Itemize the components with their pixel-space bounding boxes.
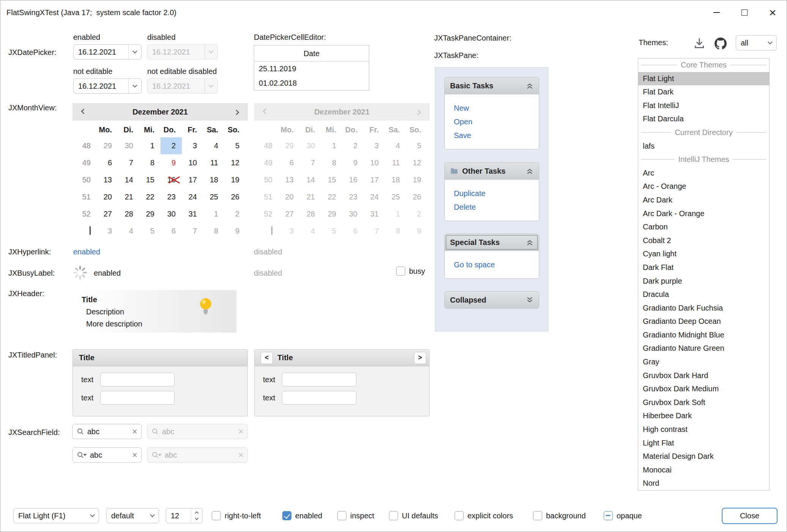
table-row[interactable]: 01.02.2018 (254, 76, 369, 90)
calendar-day[interactable]: 23 (161, 188, 182, 206)
calendar-day[interactable]: 1 (203, 206, 224, 223)
theme-list-item[interactable]: Hiberbee Dark (638, 409, 769, 423)
calendar-day[interactable]: 18 (203, 171, 224, 188)
minimize-button[interactable] (702, 0, 730, 25)
taskpane-link[interactable]: Go to space (454, 258, 530, 271)
theme-list-item[interactable]: Arc Dark (638, 193, 769, 207)
calendar-day[interactable]: 27 (97, 206, 118, 223)
theme-list-item[interactable]: Gruvbox Dark Soft (638, 396, 769, 410)
text-input[interactable] (282, 373, 356, 386)
text-input[interactable] (282, 391, 356, 405)
calendar-day[interactable]: 30 (161, 206, 182, 223)
date-cell-editor-table[interactable]: Date 25.11.201901.02.2018 (254, 45, 369, 91)
calendar-day[interactable]: 4 (118, 223, 139, 240)
checkbox-box[interactable] (604, 511, 613, 520)
calendar-day[interactable]: 1 (139, 137, 161, 154)
checkbox-box[interactable] (389, 511, 398, 520)
theme-list-item[interactable]: High contrast (638, 423, 769, 436)
calendar-day[interactable]: 8 (139, 154, 161, 171)
calendar-day[interactable]: 2 (161, 137, 182, 154)
calendar-day[interactable]: 10 (182, 154, 203, 171)
calendar-day[interactable]: 13 (97, 171, 118, 188)
theme-list-item[interactable]: Light Flat (638, 436, 769, 450)
collapse-icon[interactable] (525, 81, 534, 90)
style-combo[interactable]: default (106, 508, 159, 523)
taskpane-link[interactable]: Duplicate (454, 187, 530, 200)
busy-checkbox[interactable] (396, 267, 405, 276)
theme-list-item[interactable]: Carbon (638, 220, 769, 234)
taskpane-link[interactable]: New (454, 101, 530, 115)
collapse-icon[interactable] (525, 166, 534, 176)
calendar-day[interactable]: 14 (118, 171, 139, 188)
combo-dropdown-button[interactable] (146, 508, 159, 523)
taskpane-link[interactable]: Open (454, 115, 530, 129)
calendar-day[interactable]: 28 (118, 206, 139, 223)
taskpane-link[interactable]: Save (454, 129, 530, 142)
text-input[interactable] (100, 391, 175, 405)
laf-combo[interactable]: Flat Light (F1) (13, 508, 99, 523)
calendar-day[interactable]: 4 (203, 137, 224, 154)
calendar-day[interactable]: 21 (118, 188, 139, 206)
checkbox-box[interactable] (337, 511, 346, 520)
theme-list-item[interactable]: Flat Dark (638, 85, 769, 99)
search-value[interactable]: abc (87, 427, 129, 436)
theme-list-item[interactable]: Gradianto Midnight Blue (638, 328, 769, 342)
search-value[interactable]: abc (90, 451, 129, 460)
datepicker-value[interactable]: 16.12.2021 (74, 48, 128, 56)
calendar-day[interactable]: 31 (182, 206, 203, 223)
theme-list-item[interactable]: Flat Darcula (638, 112, 769, 126)
panel-prev-button[interactable]: < (261, 352, 273, 364)
theme-list-item[interactable]: lafs (638, 140, 769, 153)
calendar-day[interactable]: 6 (97, 154, 118, 171)
search-menu-icon[interactable] (77, 451, 87, 459)
checkbox-box[interactable] (455, 511, 464, 520)
clear-search-icon[interactable]: × (132, 427, 137, 436)
theme-list-item[interactable]: Gradianto Deep Ocean (638, 315, 769, 328)
theme-list-item[interactable]: Arc - Orange (638, 180, 769, 193)
theme-list-item[interactable]: Dark Flat (638, 261, 769, 275)
calendar-day[interactable]: 5 (224, 137, 246, 154)
theme-list-item[interactable]: Monocai (638, 463, 769, 477)
checkbox-explicit-colors[interactable]: explicit colors (455, 508, 513, 523)
calendar-day[interactable]: 3 (182, 137, 203, 154)
theme-list-item[interactable]: Gruvbox Dark Hard (638, 369, 769, 383)
calendar-day[interactable]: 26 (224, 188, 246, 206)
datepicker-dropdown-button[interactable] (128, 79, 141, 93)
busy-checkbox-group[interactable]: busy (396, 264, 425, 279)
combo-dropdown-button[interactable] (86, 508, 99, 523)
checkbox-box[interactable] (212, 511, 221, 520)
calendar-day[interactable]: 6 (161, 223, 182, 240)
calendar-day[interactable]: 8 (203, 223, 224, 240)
calendar-day[interactable]: 30 (118, 137, 139, 154)
calendar-day[interactable]: 9 (161, 154, 182, 171)
theme-list-item[interactable]: Nord (638, 477, 769, 490)
theme-list-item[interactable]: Gradianto Dark Fuchsia (638, 301, 769, 315)
calendar-day[interactable]: 25 (203, 188, 224, 206)
calendar-day[interactable]: 29 (97, 137, 118, 154)
next-month-button[interactable] (231, 107, 242, 117)
github-icon[interactable] (714, 37, 727, 50)
taskpane-link[interactable]: Delete (454, 200, 530, 214)
combo-dropdown-button[interactable] (763, 36, 776, 50)
theme-list-item[interactable]: Arc (638, 166, 769, 180)
text-input[interactable] (100, 373, 175, 386)
theme-list-item[interactable]: Cyan light (638, 247, 769, 261)
theme-list-item[interactable]: Gradianto Nature Green (638, 342, 769, 355)
checkbox-enabled[interactable]: enabled (282, 508, 322, 523)
download-icon[interactable] (693, 37, 706, 50)
checkbox-box[interactable] (282, 511, 291, 520)
datepicker-dropdown-button[interactable] (128, 45, 141, 59)
checkbox-inspect[interactable]: inspect (337, 508, 374, 523)
close-window-button[interactable]: × (759, 0, 787, 25)
search-field-with-menu[interactable]: abc × (72, 447, 142, 463)
theme-list-item[interactable]: Cobalt 2 (638, 234, 769, 248)
checkbox-background[interactable]: background (533, 508, 586, 523)
taskpane-header[interactable]: Special Tasks (445, 234, 539, 251)
checkbox-right-to-left[interactable]: right-to-left (212, 508, 261, 523)
panel-next-button[interactable]: > (414, 352, 426, 364)
spinner-down-button[interactable] (191, 516, 202, 523)
font-size-spinner[interactable]: 12 (166, 508, 203, 523)
prev-month-button[interactable] (79, 107, 89, 117)
datepicker-not-editable[interactable]: 16.12.2021 (73, 78, 142, 94)
calendar-day[interactable]: 22 (139, 188, 161, 206)
